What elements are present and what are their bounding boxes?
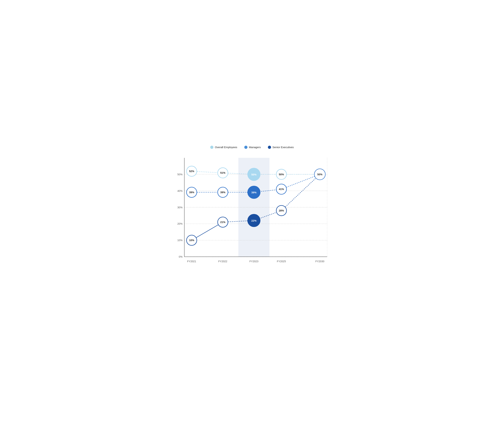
- chart-svg: .axis-label { font-family: Arial, sans-s…: [172, 154, 332, 268]
- y-label-20: 20%: [177, 222, 182, 225]
- senior-label-fy2023: 22%: [251, 219, 256, 222]
- x-label-fy2030: FY2030: [315, 260, 324, 263]
- overall-label-fy2025: 50%: [279, 173, 284, 176]
- senior-label-fy2022: 21%: [220, 221, 225, 224]
- overall-label-fy2030: 50%: [317, 173, 322, 176]
- y-label-10: 10%: [177, 239, 182, 242]
- senior-label-fy2021: 10%: [189, 239, 194, 242]
- y-label-30: 30%: [177, 206, 182, 209]
- overall-label-fy2021: 52%: [189, 170, 194, 173]
- y-label-40: 40%: [177, 189, 182, 192]
- chart-legend: Overall Employees Managers Senior Execut…: [172, 146, 332, 149]
- legend-dot-overall: [210, 146, 213, 149]
- overall-label-fy2023: 50%: [251, 173, 256, 176]
- senior-line-1: [192, 222, 223, 240]
- chart-container: Overall Employees Managers Senior Execut…: [172, 146, 332, 281]
- legend-item-senior: Senior Executives: [268, 146, 294, 149]
- managers-label-fy2023: 39%: [251, 191, 256, 194]
- chart-area: .axis-label { font-family: Arial, sans-s…: [172, 154, 332, 268]
- legend-label-senior: Senior Executives: [272, 146, 294, 149]
- legend-label-overall: Overall Employees: [215, 146, 237, 149]
- x-label-fy2022: FY2022: [218, 260, 227, 263]
- managers-label-fy2025: 41%: [279, 188, 284, 191]
- senior-label-fy2025: 28%: [279, 209, 284, 212]
- x-label-fy2023: FY2023: [249, 260, 258, 263]
- legend-dot-senior: [268, 146, 271, 149]
- x-label-fy2025: FY2025: [277, 260, 286, 263]
- legend-item-overall: Overall Employees: [210, 146, 237, 149]
- managers-label-fy2021: 39%: [189, 191, 194, 194]
- legend-label-managers: Managers: [249, 146, 261, 149]
- legend-item-managers: Managers: [244, 146, 261, 149]
- x-label-fy2021: FY2021: [187, 260, 196, 263]
- y-label-50: 50%: [177, 173, 182, 176]
- legend-dot-managers: [244, 146, 248, 149]
- y-label-0: 0%: [179, 255, 182, 258]
- managers-label-fy2022: 39%: [220, 191, 225, 194]
- senior-line-4: [281, 174, 320, 210]
- overall-label-fy2022: 51%: [220, 171, 225, 174]
- managers-line-4: [281, 174, 320, 189]
